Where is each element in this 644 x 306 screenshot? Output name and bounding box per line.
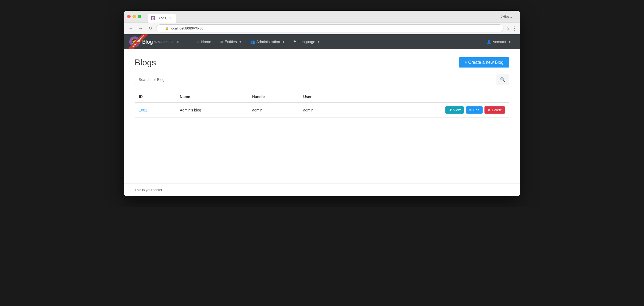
table-head: ID Name Handle User — [135, 91, 509, 102]
delete-label: Delete — [492, 108, 502, 112]
search-button[interactable]: 🔍 — [496, 74, 509, 85]
nav-entities-label: Entities — [225, 40, 237, 44]
browser-toolbar: ← → ↻ 🔒 localhost:8080/#/blog ☆ ⋮ — [124, 23, 520, 34]
menu-icon[interactable]: ⋮ — [512, 25, 517, 31]
refresh-button[interactable]: ↻ — [146, 25, 154, 32]
navbar-brand-wrapper: Development 🧑‍💻 Blog v0.0.1-SNAPSHOT — [129, 34, 183, 49]
footer: This is your footer — [124, 183, 520, 196]
browser-tab[interactable]: 📝 Blogs ✕ — [148, 14, 176, 23]
table-container: ID Name Handle User 1001 Admin's blog ad… — [135, 91, 509, 118]
row-actions: 👁 View ✏ Edit ✕ Delete — [344, 102, 509, 118]
traffic-lights — [127, 15, 141, 18]
maximize-button[interactable] — [138, 15, 141, 18]
ribbon-wrapper: Development — [129, 34, 151, 49]
administration-icon: 👥 — [250, 40, 255, 44]
table-body: 1001 Admin's blog admin admin 👁 View — [135, 102, 509, 118]
col-handle: Handle — [248, 91, 299, 102]
nav-home[interactable]: ⌂ Home — [194, 38, 215, 46]
nav-administration[interactable]: 👥 Administration ▼ — [247, 38, 289, 46]
row-name: Admin's blog — [176, 102, 248, 118]
navbar-nav: ⌂ Home ⊞ Entities ▼ 👥 Administration ▼ ⚑… — [194, 38, 483, 46]
view-label: View — [453, 108, 461, 112]
col-name: Name — [176, 91, 248, 102]
close-button[interactable] — [127, 15, 131, 18]
entities-dropdown-icon: ▼ — [239, 40, 242, 43]
table-header-row: ID Name Handle User — [135, 91, 509, 102]
tab-close-button[interactable]: ✕ — [168, 16, 173, 20]
app-content: Development 🧑‍💻 Blog v0.0.1-SNAPSHOT ⌂ H… — [124, 34, 520, 196]
edit-label: Edit — [473, 108, 479, 112]
back-button[interactable]: ← — [127, 25, 135, 32]
navbar: Development 🧑‍💻 Blog v0.0.1-SNAPSHOT ⌂ H… — [124, 34, 520, 49]
times-icon: ✕ — [488, 108, 491, 112]
minimize-button[interactable] — [132, 15, 136, 18]
account-icon: 👤 — [487, 40, 491, 44]
page-header: Blogs + Create a new Blog — [135, 57, 509, 68]
account-dropdown-icon: ▼ — [508, 40, 511, 43]
nav-account-label: Account — [493, 40, 506, 44]
browser-profile: JHipster — [501, 14, 517, 18]
administration-dropdown-icon: ▼ — [282, 40, 285, 43]
col-actions — [344, 91, 509, 102]
nav-language[interactable]: ⚑ Language ▼ — [290, 38, 324, 46]
row-id[interactable]: 1001 — [135, 102, 176, 118]
table-row: 1001 Admin's blog admin admin 👁 View — [135, 102, 509, 118]
browser-titlebar: 📝 Blogs ✕ JHipster — [124, 11, 520, 23]
eye-icon: 👁 — [449, 108, 452, 112]
footer-text: This is your footer — [135, 188, 162, 192]
pencil-icon: ✏ — [469, 108, 472, 112]
search-input[interactable] — [135, 75, 496, 84]
forward-button[interactable]: → — [137, 25, 144, 32]
nav-account[interactable]: 👤 Account ▼ — [483, 38, 515, 46]
main-container: Blogs + Create a new Blog 🔍 ID Name Hand… — [124, 49, 520, 183]
tab-title: Blogs — [157, 16, 166, 20]
search-container: 🔍 — [135, 74, 509, 85]
dev-ribbon: Development — [129, 34, 150, 49]
brand-version: v0.0.1-SNAPSHOT — [154, 40, 180, 43]
browser-window: 📝 Blogs ✕ JHipster ← → ↻ 🔒 localhost:808… — [124, 11, 520, 196]
tab-favicon: 📝 — [151, 16, 155, 20]
nav-language-label: Language — [298, 40, 315, 44]
edit-button[interactable]: ✏ Edit — [466, 106, 482, 114]
language-icon: ⚑ — [293, 40, 297, 44]
home-icon: ⌂ — [197, 40, 199, 44]
bookmark-icon[interactable]: ☆ — [506, 25, 510, 31]
blogs-table: ID Name Handle User 1001 Admin's blog ad… — [135, 91, 509, 118]
row-handle: admin — [248, 102, 299, 118]
page-title: Blogs — [135, 58, 156, 68]
row-user: admin — [299, 102, 344, 118]
lock-icon: 🔒 — [165, 27, 169, 30]
col-user: User — [299, 91, 344, 102]
navbar-right: 👤 Account ▼ — [483, 38, 515, 46]
toolbar-actions: ☆ ⋮ — [506, 25, 517, 31]
address-bar[interactable]: 🔒 localhost:8080/#/blog — [156, 24, 503, 32]
view-button[interactable]: 👁 View — [445, 106, 464, 114]
col-id: ID — [135, 91, 176, 102]
url-text: localhost:8080/#/blog — [171, 26, 203, 30]
language-dropdown-icon: ▼ — [317, 40, 320, 43]
nav-administration-label: Administration — [256, 40, 280, 44]
nav-home-label: Home — [201, 40, 211, 44]
create-blog-button[interactable]: + Create a new Blog — [459, 57, 509, 68]
delete-button[interactable]: ✕ Delete — [484, 106, 505, 114]
nav-entities[interactable]: ⊞ Entities ▼ — [216, 38, 245, 46]
search-icon: 🔍 — [500, 77, 505, 82]
entities-icon: ⊞ — [220, 40, 223, 44]
